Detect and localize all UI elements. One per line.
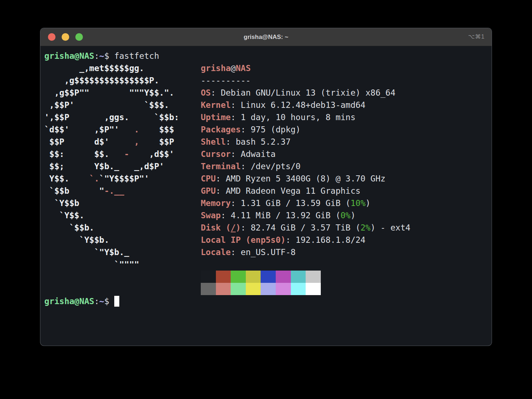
color-palette-row-normal (201, 271, 492, 283)
info-line: Kernel: Linux 6.12.48+deb13-amd64 (201, 99, 492, 111)
info-line: Disk (/): 82.74 GiB / 3.57 TiB (2%) - ex… (201, 222, 492, 234)
command-text: fastfetch (114, 51, 159, 61)
palette-swatch (216, 283, 231, 295)
ascii-art-line: ,g$$P"" """Y$$.". (44, 87, 201, 99)
ascii-art-line: `d$$' ,$P"' . $$$ (44, 123, 201, 136)
prompt-user: grisha@NAS (44, 297, 94, 306)
info-line: Local IP (enp5s0): 192.168.1.8/24 (201, 234, 492, 246)
palette-swatch (276, 271, 291, 283)
palette-swatch (306, 271, 321, 283)
info-line: Cursor: Adwaita (201, 148, 492, 160)
ascii-art-line: `"Y$b._ (44, 246, 201, 258)
text-segment: : bash 5.2.37 (226, 137, 291, 146)
text-segment: ',$$P ,ggs. `$$b: (44, 113, 179, 122)
text-segment: $$$ (139, 125, 174, 134)
text-segment: Local IP (enp5s0) (201, 235, 285, 245)
text-segment: `"""" (44, 260, 139, 269)
text-segment: Memory (201, 198, 231, 208)
info-line: OS: Debian GNU/Linux 13 (trixie) x86_64 (201, 87, 492, 99)
text-segment: `Y$$. (44, 211, 84, 220)
terminal-screen[interactable]: grisha@NAS:~$ fastfetch _,met$$$$$gg. ,g… (40, 46, 492, 346)
text-segment: `Y$$b. (44, 235, 109, 245)
traffic-lights (48, 33, 83, 41)
text-segment: : 192.168.1.8/24 (285, 235, 365, 245)
prompt-path: ~ (99, 51, 104, 61)
ascii-art-line: $$: $$. - ,d$$' (44, 148, 201, 160)
info-line: Uptime: 1 day, 10 hours, 8 mins (201, 111, 492, 123)
command-line: grisha@NAS:~$ fastfetch (44, 50, 492, 62)
prompt-space (109, 297, 114, 306)
fastfetch-info: grisha@NAS----------OS: Debian GNU/Linux… (201, 62, 492, 295)
prompt-user: grisha@NAS (44, 51, 94, 61)
ascii-art-line: $$P d$' , $$P (44, 136, 201, 148)
text-segment: ,g$$P"" """Y$$.". (44, 88, 174, 97)
text-segment: $$P d$' (44, 137, 134, 146)
prompt-colon: : (94, 297, 99, 306)
ascii-art-line: `Y$$b (44, 197, 201, 209)
text-segment: $$: $$. (44, 149, 124, 159)
text-segment: / (231, 223, 236, 232)
palette-swatch (261, 283, 276, 295)
ascii-art-line: ',$$P ,ggs. `$$b: (44, 111, 201, 123)
prompt-line: grisha@NAS:~$ (44, 295, 492, 307)
text-segment: ) (350, 211, 355, 220)
text-segment: _,met$$$$$gg. (44, 63, 144, 73)
ascii-art-line: `"""" (44, 258, 201, 271)
info-line: Swap: 4.11 MiB / 13.92 GiB (0%) (201, 209, 492, 222)
text-segment: : 1 day, 10 hours, 8 mins (231, 113, 355, 122)
text-segment: : 4.11 MiB / 13.92 GiB ( (221, 211, 340, 220)
color-palette-row-bright (201, 283, 492, 295)
blank-line (201, 258, 492, 271)
text-segment: Swap (201, 211, 221, 220)
palette-swatch (291, 271, 306, 283)
terminal-window: grisha@NAS: ~ ⌥⌘1 grisha@NAS:~$ fastfetc… (40, 28, 492, 346)
info-line: Shell: bash 5.2.37 (201, 136, 492, 148)
text-segment: Cursor (201, 149, 231, 159)
terminal-cursor[interactable] (114, 296, 119, 307)
text-segment: 10% (350, 198, 365, 208)
ascii-art-line: `$$b. (44, 222, 201, 234)
window-titlebar[interactable]: grisha@NAS: ~ ⌥⌘1 (40, 28, 492, 46)
text-segment: Kernel (201, 100, 231, 110)
text-segment: : 1.31 GiB / 13.59 GiB ( (231, 198, 350, 208)
info-line: Locale: en_US.UTF-8 (201, 246, 492, 258)
palette-swatch (231, 283, 246, 295)
text-segment: : Linux 6.12.48+deb13-amd64 (231, 100, 365, 110)
text-segment: $$; Y$b._ _,d$P' (44, 162, 164, 171)
info-line: grisha@NAS (201, 62, 492, 74)
text-segment: ,$$P' `$$$. (44, 100, 169, 110)
window-shortcut-badge: ⌥⌘1 (468, 33, 485, 40)
text-segment: : AMD Radeon Vega 11 Graphics (216, 186, 361, 196)
palette-swatch (201, 283, 216, 295)
text-segment: 0% (341, 211, 351, 220)
text-segment: - (124, 149, 129, 159)
text-segment: ) (365, 198, 371, 208)
close-button[interactable] (48, 33, 56, 41)
text-segment: ) - ext4 (371, 223, 411, 232)
ascii-art-line: `Y$$b. (44, 234, 201, 246)
text-segment: GPU (201, 186, 216, 196)
palette-swatch (276, 283, 291, 295)
ascii-art-line: _,met$$$$$gg. (44, 62, 201, 74)
text-segment: OS (201, 88, 211, 97)
fastfetch-ascii-logo: _,met$$$$$gg. ,g$$$$$$$$$$$$$$$P. ,g$$P"… (44, 62, 201, 271)
text-segment: `d$$' ,$P"' (44, 125, 134, 134)
palette-swatch (201, 271, 216, 283)
text-segment: Disk ( (201, 223, 231, 232)
prompt-space (109, 51, 114, 61)
zoom-button[interactable] (75, 33, 83, 41)
ascii-art-line: Y$$. `.`"Y$$$$P"' (44, 172, 201, 185)
info-line: CPU: AMD Ryzen 5 3400G (8) @ 3.70 GHz (201, 172, 492, 185)
info-line: Memory: 1.31 GiB / 13.59 GiB (10%) (201, 197, 492, 209)
info-line: Packages: 975 (dpkg) (201, 123, 492, 136)
text-segment: Y$$. (44, 174, 89, 183)
text-segment: `"Y$b._ (44, 247, 129, 257)
text-segment: `$$b " (44, 186, 104, 196)
text-segment: Shell (201, 137, 226, 146)
text-segment: : Debian GNU/Linux 13 (trixie) x86_64 (211, 88, 395, 97)
ascii-art-line: $$; Y$b._ _,d$P' (44, 160, 201, 172)
text-segment: `. (89, 174, 99, 183)
minimize-button[interactable] (62, 33, 69, 41)
ascii-art-line: `Y$$. (44, 209, 201, 222)
text-segment: -.__ (104, 186, 124, 196)
